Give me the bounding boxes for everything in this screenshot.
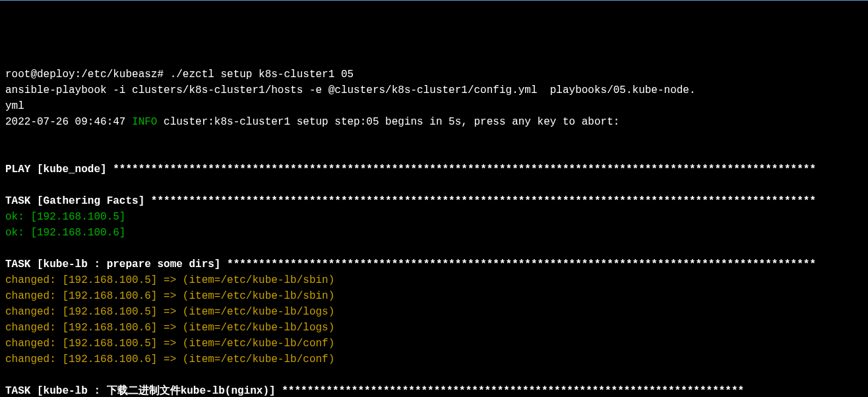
- play-label: PLAY [kube_node]: [5, 164, 113, 175]
- changed-line: changed: [192.168.100.6] => (item=/etc/k…: [5, 351, 863, 367]
- timestamp: 2022-07-26 09:46:47: [5, 116, 132, 128]
- task-label: TASK [kube-lb : 下载二进制文件kube-lb(nginx)]: [5, 385, 282, 397]
- blank-line: [5, 130, 863, 146]
- shell-prompt: root@deploy:/etc/kubeasz#: [5, 69, 170, 80]
- ok-line: ok: [192.168.100.5]: [5, 209, 863, 225]
- play-stars: ****************************************…: [113, 164, 816, 175]
- play-header: PLAY [kube_node] ***********************…: [5, 162, 863, 177]
- task-stars: ****************************************…: [151, 195, 816, 207]
- task-header: TASK [Gathering Facts] *****************…: [5, 193, 863, 209]
- changed-line: changed: [192.168.100.5] => (item=/etc/k…: [5, 272, 863, 288]
- info-message: cluster:k8s-cluster1 setup step:05 begin…: [157, 116, 619, 128]
- blank-line: [5, 177, 863, 193]
- changed-line: changed: [192.168.100.6] => (item=/etc/k…: [5, 288, 863, 304]
- blank-line: [5, 241, 863, 257]
- command-text: ./ezctl setup k8s-cluster1 05: [170, 69, 354, 80]
- ok-line: ok: [192.168.100.6]: [5, 225, 863, 241]
- task-header: TASK [kube-lb : 下载二进制文件kube-lb(nginx)] *…: [5, 383, 863, 397]
- prompt-line[interactable]: root@deploy:/etc/kubeasz# ./ezctl setup …: [5, 67, 863, 82]
- task-stars: ****************************************…: [227, 259, 816, 270]
- changed-line: changed: [192.168.100.5] => (item=/etc/k…: [5, 304, 863, 320]
- info-label: INFO: [132, 116, 157, 128]
- blank-line: [5, 146, 863, 162]
- task-header: TASK [kube-lb : prepare some dirs] *****…: [5, 257, 863, 272]
- terminal-output: root@deploy:/etc/kubeasz# ./ezctl setup …: [5, 67, 863, 397]
- output-line: yml: [5, 98, 863, 114]
- output-line: ansible-playbook -i clusters/k8s-cluster…: [5, 82, 863, 98]
- info-line: 2022-07-26 09:46:47 INFO cluster:k8s-clu…: [5, 114, 863, 130]
- blank-line: [5, 367, 863, 383]
- task-label: TASK [Gathering Facts]: [5, 195, 151, 207]
- task-stars: ****************************************…: [282, 385, 744, 397]
- changed-line: changed: [192.168.100.5] => (item=/etc/k…: [5, 336, 863, 351]
- changed-line: changed: [192.168.100.6] => (item=/etc/k…: [5, 320, 863, 336]
- task-label: TASK [kube-lb : prepare some dirs]: [5, 259, 227, 270]
